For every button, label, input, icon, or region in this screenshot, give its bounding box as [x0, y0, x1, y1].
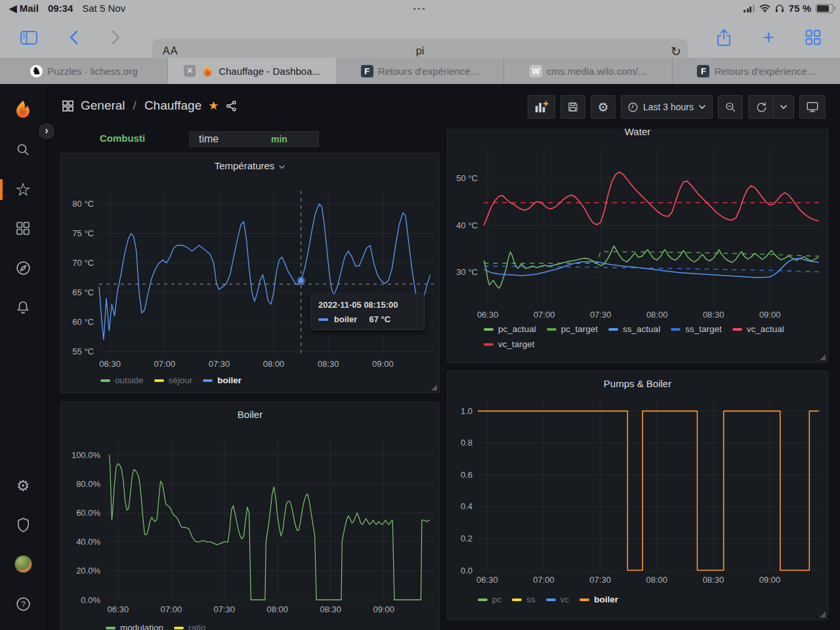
browser-tab-5[interactable]: FRetours d'expérience...	[673, 58, 840, 84]
y-axis-tick-label: 0.0%	[81, 595, 100, 605]
legend-item-ss[interactable]: ss	[512, 595, 536, 604]
new-tab-button[interactable]: +	[757, 26, 780, 49]
tab-overview-button[interactable]	[802, 26, 824, 49]
dashboard-viewport: Combusti time min Températures 06:3007:0…	[46, 129, 840, 630]
save-dashboard-button[interactable]	[560, 95, 585, 119]
browser-tab-3[interactable]: FRetours d'expérience...	[336, 58, 504, 84]
legend-item-pc[interactable]: pc	[478, 595, 501, 604]
y-axis-tick-label: 0.8	[461, 438, 472, 448]
y-axis-tick-label: 100.0%	[72, 450, 101, 460]
pumps-chart[interactable]: 06:3007:0007:3008:0008:3009:001.00.80.60…	[452, 395, 824, 592]
breadcrumb-separator: /	[133, 98, 136, 113]
legend-item-outside[interactable]: outside	[100, 375, 144, 385]
search-icon[interactable]	[0, 142, 46, 160]
dashboard-settings-button[interactable]: ⚙	[591, 95, 616, 119]
refresh-dashboard-button[interactable]	[748, 95, 773, 119]
legend-swatch	[732, 328, 742, 331]
x-axis-tick-label: 09:00	[759, 575, 781, 585]
legend-item-boiler[interactable]: boiler	[579, 595, 618, 604]
dashboards-icon[interactable]	[0, 220, 46, 239]
legend-item-vc_actual[interactable]: vc_actual	[732, 324, 784, 334]
panel-resize-handle[interactable]	[820, 612, 826, 618]
legend-label: ss	[526, 595, 536, 604]
legend-swatch	[546, 598, 556, 601]
grafana-sidebar: ☆ ⚙ ?	[0, 84, 47, 630]
legend-item-vc[interactable]: vc	[546, 595, 570, 604]
legend-swatch	[100, 379, 110, 382]
panel-resize-handle[interactable]	[820, 354, 826, 360]
panel-resize-handle[interactable]	[431, 385, 437, 390]
browser-tab-4[interactable]: Wcms.media.wilo.com/...	[504, 58, 672, 84]
tab-close-icon[interactable]: ✕	[184, 65, 196, 77]
legend-item-modulation[interactable]: modulation	[106, 623, 163, 630]
legend-item-pc_target[interactable]: pc_target	[547, 324, 598, 334]
panel-title[interactable]: Pumps & Boiler	[448, 378, 828, 389]
forward-button[interactable]	[105, 26, 127, 49]
legend-item-vc_target[interactable]: vc_target	[484, 339, 535, 349]
browser-tab-2-active[interactable]: ✕Chauffage - Dashboa...	[168, 58, 335, 84]
browser-tab-1[interactable]: ♞Puzzles · lichess.org	[0, 58, 168, 84]
y-axis-tick-label: 60 °C	[72, 317, 94, 327]
table-col-time[interactable]: time	[190, 133, 271, 145]
headphones-icon	[775, 4, 784, 12]
favorite-star-icon[interactable]: ★	[208, 98, 219, 113]
sidebar-expand-button[interactable]: ›	[37, 122, 56, 140]
boiler-chart[interactable]: 06:3007:0007:3008:0008:3009:00100.0%80.0…	[66, 434, 436, 630]
breadcrumb-dashboard[interactable]: Chauffage	[144, 98, 201, 113]
sidebar-toggle-button[interactable]	[18, 26, 40, 49]
x-axis-tick-label: 09:00	[373, 604, 394, 614]
configuration-gear-icon[interactable]: ⚙	[0, 476, 46, 495]
share-dashboard-icon[interactable]	[225, 100, 238, 112]
legend-item-ss_actual[interactable]: ss_actual	[608, 324, 660, 334]
avatar[interactable]	[0, 555, 46, 576]
explore-compass-icon[interactable]	[0, 260, 46, 279]
starred-dashboards-icon[interactable]: ☆	[0, 180, 46, 200]
y-axis-tick-label: 40 °C	[456, 220, 478, 230]
x-axis-tick-label: 07:30	[214, 604, 236, 614]
grafana-logo[interactable]	[0, 100, 46, 122]
y-axis-tick-label: 50 °C	[456, 173, 478, 183]
legend-item-pc_actual[interactable]: pc_actual	[484, 324, 536, 334]
battery-icon	[816, 4, 833, 13]
time-range-label: Last 3 hours	[643, 102, 694, 112]
legend-item-séjour[interactable]: séjour	[154, 375, 193, 385]
tv-mode-button[interactable]	[799, 95, 826, 119]
table-cell-link[interactable]: Combusti	[100, 133, 145, 144]
water-chart[interactable]: 06:3007:0007:3008:0008:3009:0050 °C40 °C…	[452, 142, 824, 333]
legend-item-ratio[interactable]: ratio	[174, 623, 205, 630]
legend-swatch	[608, 328, 618, 331]
help-icon[interactable]: ?	[0, 596, 46, 615]
tooltip-series-swatch	[318, 318, 328, 321]
alerting-bell-icon[interactable]	[0, 299, 46, 318]
y-axis-tick-label: 0.0	[461, 566, 472, 576]
x-axis-tick-label: 07:00	[154, 359, 176, 369]
legend-item-ss_target[interactable]: ss_target	[671, 324, 722, 334]
server-admin-shield-icon[interactable]	[0, 517, 46, 536]
legend-label: ratio	[188, 623, 205, 630]
letter-f-icon: F	[697, 65, 709, 77]
legend-swatch	[579, 598, 589, 601]
legend-swatch	[106, 627, 116, 629]
time-range-picker[interactable]: Last 3 hours	[621, 95, 713, 119]
x-axis-tick-label: 06:30	[99, 359, 121, 369]
reload-button[interactable]: ↻	[671, 44, 681, 59]
back-button[interactable]	[62, 26, 85, 49]
add-panel-button[interactable]	[528, 95, 555, 119]
table-col-min[interactable]: min	[271, 134, 318, 144]
panel-menu-chevron-icon[interactable]	[278, 165, 285, 169]
legend-label: ss_actual	[623, 324, 660, 334]
temperatures-chart[interactable]: 06:3007:0007:3008:0008:3009:0080 °C75 °C…	[66, 188, 436, 375]
chevron-down-icon	[780, 104, 788, 110]
tab-title: Retours d'expérience...	[378, 66, 479, 77]
panel-title[interactable]: Boiler	[61, 409, 439, 420]
x-axis-tick-label: 08:00	[646, 310, 668, 320]
panel-title[interactable]: Températures	[61, 160, 439, 171]
share-button[interactable]	[713, 26, 735, 49]
series-modulation	[109, 455, 430, 600]
zoom-out-time-button[interactable]	[718, 95, 743, 119]
refresh-interval-dropdown[interactable]	[773, 95, 794, 119]
panel-temperatures: Températures 06:3007:0007:3008:0008:3009…	[60, 153, 440, 393]
legend-item-boiler[interactable]: boiler	[203, 375, 242, 385]
breadcrumb-folder[interactable]: General	[81, 98, 125, 113]
panel-title[interactable]: Water	[448, 129, 828, 137]
